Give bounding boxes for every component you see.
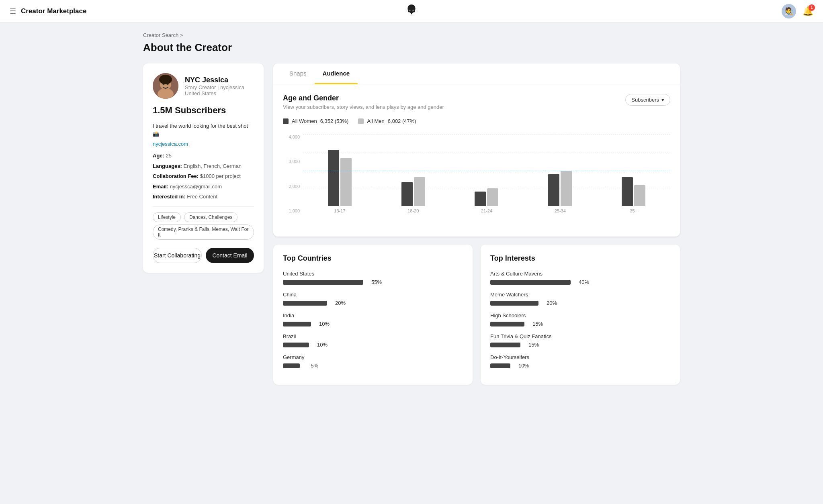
bar-group: 25-34 [548, 171, 572, 213]
interest-row: Meme Watchers20% [490, 292, 670, 306]
creator-name: NYC Jessica [185, 76, 254, 84]
interest-pct: 20% [543, 300, 557, 306]
start-collaborating-button[interactable]: Start Collaborating [153, 248, 202, 263]
women-bar [328, 150, 339, 206]
chevron-down-icon: ▾ [661, 97, 664, 103]
header: ☰ Creator Marketplace 🧑‍🎨 🔔 1 [0, 0, 823, 22]
country-bar-fill [283, 280, 363, 285]
top-interests-title: Top Interests [490, 254, 670, 263]
divider [153, 206, 254, 207]
breadcrumb[interactable]: Creator Search > [143, 32, 680, 38]
chart-header: Age and Gender View your subscribers, st… [283, 94, 670, 110]
country-bar-row: 10% [283, 321, 463, 327]
y-axis-label: 1,000 [283, 208, 303, 213]
subscribers-dropdown[interactable]: Subscribers ▾ [625, 94, 670, 106]
country-bar-fill [283, 363, 300, 368]
creator-info: NYC Jessica Story Creator | nycjessica U… [185, 76, 254, 96]
menu-icon[interactable]: ☰ [10, 7, 16, 16]
bar-group-label: 18-20 [407, 208, 419, 213]
women-bar [475, 192, 486, 206]
creator-age: Age: 25 [153, 152, 254, 160]
chart-header-text: Age and Gender View your subscribers, st… [283, 94, 444, 110]
contact-email-button[interactable]: Contact Email [206, 248, 254, 263]
creator-type: Story Creator | nycjessica [185, 84, 254, 90]
country-row: United States55% [283, 271, 463, 285]
tag-item: Dances, Challenges [184, 212, 237, 222]
interest-pct: 15% [528, 321, 543, 327]
svg-point-7 [159, 75, 172, 84]
main-layout: NYC Jessica Story Creator | nycjessica U… [143, 63, 680, 385]
country-name: China [283, 292, 463, 298]
creator-fee: Collaboration Fee: $1000 per project [153, 172, 254, 180]
interest-name: High Schoolers [490, 312, 670, 318]
snapchat-logo-icon [405, 6, 418, 18]
legend-women-value: 6,352 (53%) [320, 118, 349, 124]
interest-name: Do-It-Yourselfers [490, 354, 670, 360]
bar-group-label: 25-34 [555, 208, 566, 213]
interests-list: Arts & Culture Mavens40%Meme Watchers20%… [490, 271, 670, 369]
tab-audience[interactable]: Audience [315, 63, 358, 84]
svg-point-1 [413, 10, 414, 11]
creator-avatar [153, 73, 178, 99]
country-bar-row: 5% [283, 363, 463, 369]
notification-button[interactable]: 🔔 1 [803, 6, 813, 16]
notification-badge: 1 [809, 4, 815, 11]
header-right: 🧑‍🎨 🔔 1 [782, 4, 813, 18]
interest-bar-fill [490, 301, 538, 306]
country-pct: 10% [313, 342, 328, 348]
chart-title: Age and Gender [283, 94, 444, 102]
user-avatar[interactable]: 🧑‍🎨 [782, 4, 796, 18]
interest-bar-fill [490, 343, 520, 347]
tags-container: LifestyleDances, Challenges [153, 212, 254, 222]
y-axis-label: 4,000 [283, 135, 303, 139]
creator-languages: Languages: English, French, German [153, 162, 254, 170]
chart-card: Age and Gender View your subscribers, st… [273, 84, 680, 237]
country-bar-fill [283, 301, 327, 306]
creator-website[interactable]: nycjessica.com [153, 141, 254, 147]
creator-bio: I travel the world looking for the best … [153, 122, 254, 138]
page-title: About the Creator [143, 41, 680, 54]
chart-legend: All Women 6,352 (53%) All Men 6,002 (47%… [283, 118, 670, 124]
bottom-row: Top Countries United States55%China20%In… [273, 245, 680, 385]
bar-chart: 4,0003,0002,0001,00013-1718-2021-2425-34… [283, 131, 670, 227]
page: Creator Search > About the Creator [130, 22, 693, 394]
top-interests-card: Top Interests Arts & Culture Mavens40%Me… [481, 245, 680, 385]
creator-interested: Interested in: Free Content [153, 193, 254, 201]
men-bar [340, 158, 352, 206]
tab-snaps[interactable]: Snaps [281, 63, 315, 84]
interest-row: Fun Trivia & Quiz Fanatics15% [490, 333, 670, 348]
legend-men-label: All Men [367, 118, 384, 124]
interest-bar-row: 10% [490, 363, 670, 369]
country-pct: 20% [331, 300, 346, 306]
bar-group: 13-17 [328, 150, 352, 213]
interest-bar-row: 20% [490, 300, 670, 306]
country-bar-fill [283, 322, 311, 326]
country-row: China20% [283, 292, 463, 306]
interest-row: High Schoolers15% [490, 312, 670, 327]
men-bar [414, 177, 425, 206]
men-bar [634, 185, 645, 206]
bar-group: 35+ [622, 177, 645, 213]
country-row: Germany5% [283, 354, 463, 369]
svg-point-0 [409, 10, 411, 11]
chart-subtitle: View your subscribers, story views, and … [283, 104, 444, 110]
interest-bar-row: 40% [490, 279, 670, 285]
country-bar-row: 55% [283, 279, 463, 285]
header-left: ☰ Creator Marketplace [10, 7, 86, 16]
interest-pct: 10% [514, 363, 529, 369]
country-pct: 10% [315, 321, 330, 327]
creator-header: NYC Jessica Story Creator | nycjessica U… [153, 73, 254, 99]
legend-women-icon [283, 118, 289, 124]
country-pct: 5% [304, 363, 318, 369]
country-row: Brazil10% [283, 333, 463, 348]
top-countries-title: Top Countries [283, 254, 463, 263]
action-buttons: Start Collaborating Contact Email [153, 248, 254, 263]
tag-wide-container: Comedy, Pranks & Fails, Memes, Wait For … [153, 224, 254, 240]
tabs-section: Snaps Audience Age and Gender View your … [273, 63, 680, 237]
country-bar-row: 10% [283, 342, 463, 348]
country-pct: 55% [367, 279, 382, 285]
interest-row: Arts & Culture Mavens40% [490, 271, 670, 285]
legend-women: All Women 6,352 (53%) [283, 118, 348, 124]
country-name: United States [283, 271, 463, 277]
interest-pct: 15% [524, 342, 539, 348]
